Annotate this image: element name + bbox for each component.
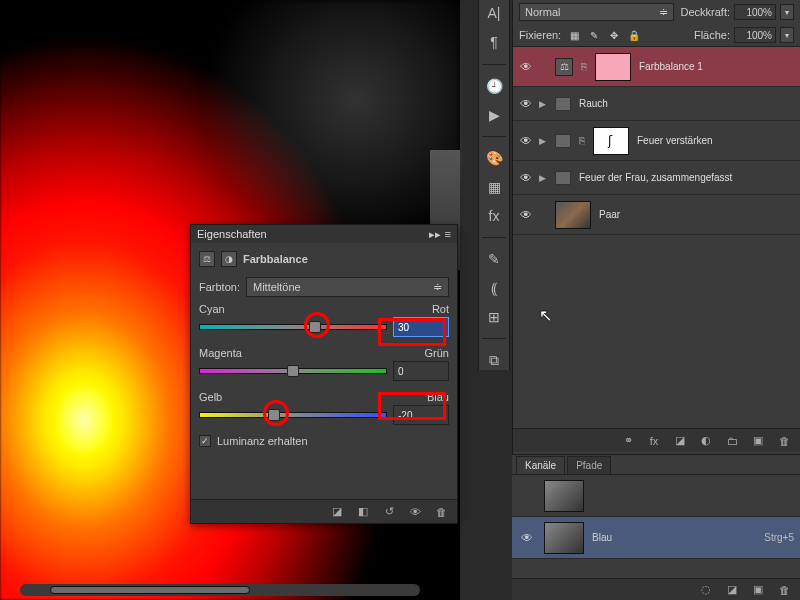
link-layers-icon[interactable]: ⚭: [620, 433, 636, 449]
folder-icon: [555, 134, 571, 148]
visibility-icon[interactable]: 👁: [517, 60, 535, 74]
layer-mask-thumb[interactable]: ʃ: [593, 127, 629, 155]
horizontal-scrollbar[interactable]: [20, 584, 420, 596]
trash-icon[interactable]: 🗑: [776, 582, 792, 598]
fill-label: Fläche:: [694, 29, 730, 41]
balance-scale-icon: ⚖: [555, 58, 573, 76]
yellow-blue-value[interactable]: [393, 405, 449, 425]
disclosure-triangle-icon[interactable]: ▶: [539, 173, 551, 183]
visibility-icon[interactable]: 👁: [517, 134, 535, 148]
mask-icon[interactable]: ◑: [221, 251, 237, 267]
channel-item[interactable]: [512, 475, 800, 517]
smoke-image: [200, 0, 460, 250]
panel-menu-icon[interactable]: ▸▸: [429, 228, 441, 241]
lock-label: Fixieren:: [519, 29, 561, 41]
slider-handle[interactable]: [287, 365, 299, 377]
channel-thumb: [544, 480, 584, 512]
adjustment-name: Farbbalance: [243, 253, 308, 265]
history-icon[interactable]: 🕘: [484, 76, 504, 95]
tone-dropdown[interactable]: Mitteltöne≑: [246, 277, 449, 297]
lock-transparent-icon[interactable]: ▦: [567, 28, 581, 42]
yellow-blue-slider[interactable]: [199, 412, 387, 418]
reset-icon[interactable]: ↺: [381, 504, 397, 520]
disclosure-triangle-icon[interactable]: ▶: [539, 99, 551, 109]
layer-item-paar[interactable]: 👁 Paar: [513, 195, 800, 235]
properties-header[interactable]: Eigenschaften ▸▸≡: [191, 225, 457, 243]
tool-presets-icon[interactable]: ⊞: [484, 308, 504, 327]
fx-icon[interactable]: fx: [646, 433, 662, 449]
clip-to-layer-icon[interactable]: ◪: [329, 504, 345, 520]
layer-list: 👁 ⚖ ⎘ Farbbalance 1 👁 ▶ Rauch 👁 ▶ ⎘ ʃ Fe…: [513, 46, 800, 235]
blend-mode-dropdown[interactable]: Normal≑: [519, 3, 674, 21]
blue-label: Blau: [427, 391, 449, 403]
opacity-caret-icon[interactable]: ▾: [780, 4, 794, 20]
brush-icon[interactable]: ✎: [484, 250, 504, 269]
grid-icon[interactable]: ▦: [484, 178, 504, 197]
link-icon[interactable]: ⎘: [575, 135, 589, 146]
swatches-icon[interactable]: 🎨: [484, 149, 504, 168]
visibility-icon[interactable]: 👁: [517, 171, 535, 185]
view-previous-icon[interactable]: ◧: [355, 504, 371, 520]
tab-paths[interactable]: Pfade: [567, 456, 611, 474]
visibility-icon[interactable]: 👁: [407, 504, 423, 520]
slider-handle[interactable]: [268, 409, 280, 421]
adjustment-add-icon[interactable]: ◐: [698, 433, 714, 449]
magenta-green-slider[interactable]: [199, 368, 387, 374]
magenta-green-value[interactable]: [393, 361, 449, 381]
layer-item-farbbalance[interactable]: 👁 ⚖ ⎘ Farbbalance 1: [513, 47, 800, 87]
play-icon[interactable]: ▶: [484, 105, 504, 124]
brush-presets-icon[interactable]: ⸨: [484, 279, 504, 298]
trash-icon[interactable]: 🗑: [433, 504, 449, 520]
mask-add-icon[interactable]: ◪: [672, 433, 688, 449]
folder-icon: [555, 171, 571, 185]
slider-handle[interactable]: [309, 321, 321, 333]
properties-panel: Eigenschaften ▸▸≡ ⚖ ◑ Farbbalance Farbto…: [190, 224, 458, 524]
channel-item-blau[interactable]: 👁 Blau Strg+5: [512, 517, 800, 559]
green-label: Grün: [425, 347, 449, 359]
fill-caret-icon[interactable]: ▾: [780, 27, 794, 43]
load-selection-icon[interactable]: ◌: [698, 582, 714, 598]
chevron-updown-icon: ≑: [433, 281, 442, 294]
preserve-luminosity-label: Luminanz erhalten: [217, 435, 308, 447]
group-add-icon[interactable]: 🗀: [724, 433, 740, 449]
preserve-luminosity-checkbox[interactable]: ✓: [199, 435, 211, 447]
visibility-icon[interactable]: 👁: [518, 531, 536, 545]
panel-collapse-icon[interactable]: ≡: [445, 228, 451, 241]
lock-all-icon[interactable]: 🔒: [627, 28, 641, 42]
visibility-icon[interactable]: 👁: [517, 97, 535, 111]
paragraph-icon[interactable]: ¶: [484, 33, 504, 52]
character-icon[interactable]: A|: [484, 4, 504, 23]
visibility-icon[interactable]: 👁: [517, 208, 535, 222]
layer-item-feuer-verstaerken[interactable]: 👁 ▶ ⎘ ʃ Feuer verstärken: [513, 121, 800, 161]
trash-icon[interactable]: 🗑: [776, 433, 792, 449]
styles-icon[interactable]: fx: [484, 206, 504, 225]
magenta-label: Magenta: [199, 347, 242, 359]
folder-icon: [555, 97, 571, 111]
balance-scale-icon: ⚖: [199, 251, 215, 267]
clone-source-icon[interactable]: ⧉: [484, 351, 504, 370]
disclosure-triangle-icon[interactable]: ▶: [539, 136, 551, 146]
layers-footer: ⚭ fx ◪ ◐ 🗀 ▣ 🗑: [513, 428, 800, 452]
channel-thumb: [544, 522, 584, 554]
tab-channels[interactable]: Kanäle: [516, 456, 565, 474]
save-selection-icon[interactable]: ◪: [724, 582, 740, 598]
layer-item-feuer-frau[interactable]: 👁 ▶ Feuer der Frau, zusammengefasst: [513, 161, 800, 195]
lock-paint-icon[interactable]: ✎: [587, 28, 601, 42]
lock-move-icon[interactable]: ✥: [607, 28, 621, 42]
layer-item-rauch[interactable]: 👁 ▶ Rauch: [513, 87, 800, 121]
link-icon[interactable]: ⎘: [577, 61, 591, 72]
cyan-red-slider[interactable]: [199, 324, 387, 330]
cyan-red-value[interactable]: [393, 317, 449, 337]
layer-mask-thumb[interactable]: [595, 53, 631, 81]
tone-label: Farbton:: [199, 281, 240, 293]
channels-panel: Kanäle Pfade 👁 Blau Strg+5 ◌ ◪ ▣ 🗑: [512, 454, 800, 600]
opacity-label: Deckkraft:: [680, 6, 730, 18]
fill-input[interactable]: [734, 27, 776, 43]
properties-title: Eigenschaften: [197, 228, 267, 240]
red-label: Rot: [432, 303, 449, 315]
chevron-updown-icon: ≑: [659, 6, 668, 19]
opacity-input[interactable]: [734, 4, 776, 20]
layer-thumb[interactable]: [555, 201, 591, 229]
new-channel-icon[interactable]: ▣: [750, 582, 766, 598]
new-layer-icon[interactable]: ▣: [750, 433, 766, 449]
